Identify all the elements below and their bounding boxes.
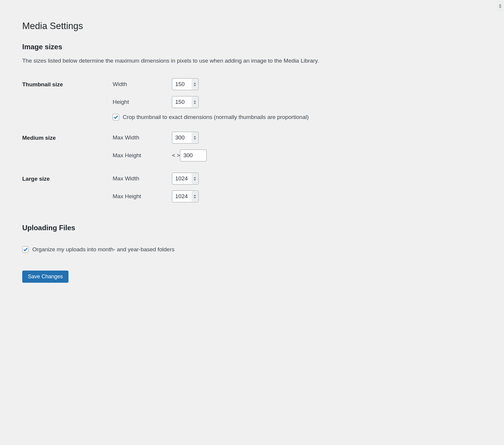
uploading-files-heading: Uploading Files bbox=[22, 224, 482, 232]
chevron-down-icon bbox=[194, 138, 196, 140]
thumbnail-height-label: Height bbox=[113, 99, 172, 105]
stepper-icon[interactable] bbox=[192, 173, 198, 184]
large-max-width-label: Max Width bbox=[113, 175, 172, 182]
organize-uploads-label: Organize my uploads into month- and year… bbox=[32, 246, 174, 253]
thumbnail-group-label: Thumbnail size bbox=[22, 78, 113, 132]
thumbnail-crop-checkbox[interactable] bbox=[113, 114, 119, 120]
chevron-down-icon bbox=[194, 197, 196, 198]
stepper-icon[interactable] bbox=[192, 79, 198, 90]
chevron-up-icon bbox=[499, 4, 501, 6]
medium-max-width-label: Max Width bbox=[113, 134, 172, 141]
chevron-up-icon bbox=[194, 82, 196, 84]
check-icon bbox=[114, 115, 118, 120]
chevron-up-icon bbox=[194, 136, 196, 137]
stepper-icon[interactable] bbox=[192, 191, 198, 202]
chevron-down-icon bbox=[194, 85, 196, 86]
thumbnail-width-label: Width bbox=[113, 81, 172, 88]
chevron-down-icon bbox=[194, 179, 196, 181]
organize-uploads-checkbox[interactable] bbox=[22, 246, 29, 253]
save-changes-button[interactable]: Save Changes bbox=[22, 271, 68, 283]
chevron-up-icon bbox=[194, 177, 196, 178]
large-group-label: Large size bbox=[22, 173, 113, 214]
check-icon bbox=[23, 247, 28, 252]
page-title: Media Settings bbox=[22, 21, 482, 31]
medium-max-height-label: Max Height bbox=[113, 152, 172, 159]
thumbnail-crop-label: Crop thumbnail to exact dimensions (norm… bbox=[123, 114, 309, 120]
stepper-icon[interactable] bbox=[497, 1, 503, 11]
chevron-up-icon bbox=[194, 195, 196, 196]
chevron-down-icon bbox=[194, 103, 196, 104]
medium-max-height-input[interactable] bbox=[180, 150, 207, 161]
medium-group-label: Medium size bbox=[22, 132, 113, 173]
large-max-height-label: Max Height bbox=[113, 193, 172, 200]
image-sizes-heading: Image sizes bbox=[22, 43, 482, 51]
chevron-up-icon bbox=[194, 100, 196, 102]
settings-table: Thumbnail size Width Height bbox=[22, 78, 482, 214]
image-sizes-description: The sizes listed below determine the max… bbox=[22, 58, 482, 64]
stepper-icon[interactable] bbox=[192, 132, 198, 143]
chevron-down-icon bbox=[499, 7, 501, 8]
stepper-icon[interactable] bbox=[192, 97, 198, 107]
